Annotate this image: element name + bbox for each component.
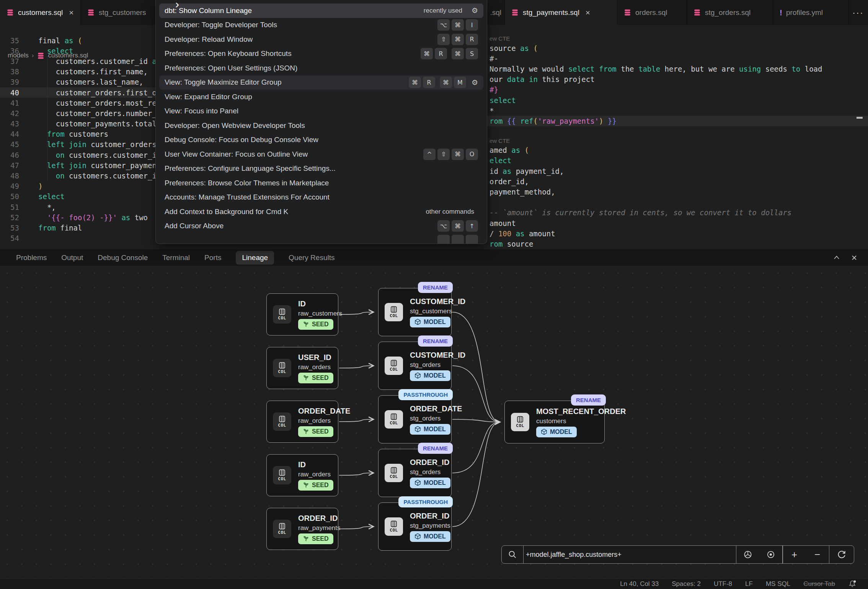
column-icon: COL xyxy=(385,357,403,375)
editor-tab-profiles-yml[interactable]: !profiles.yml xyxy=(773,0,849,25)
panel-tab-ports[interactable]: Ports xyxy=(204,254,221,262)
code-token: from xyxy=(47,130,65,138)
bell-icon[interactable] xyxy=(848,580,857,588)
command-palette: dbt: Show Column Lineagerecently used⚙De… xyxy=(155,0,487,244)
refresh-icon[interactable] xyxy=(829,546,854,563)
gear-icon[interactable]: ⚙ xyxy=(472,6,478,15)
gear-icon[interactable]: ⚙ xyxy=(472,78,478,87)
lineage-node-stg-orders-order-id[interactable]: COLORDER_IDstg_ordersMODELRENAME xyxy=(378,449,452,497)
code-token: -- `amount` is currently stored in cents… xyxy=(489,208,791,217)
palette-item-item[interactable] xyxy=(159,233,483,244)
aperture-icon[interactable] xyxy=(736,546,759,563)
editor-tab-stg-orders-sql[interactable]: stg_orders.sql xyxy=(687,0,773,25)
zoom-out-button[interactable]: − xyxy=(806,546,829,563)
code-token: from xyxy=(38,224,56,232)
code-token: amount xyxy=(489,219,516,227)
line-number: 39 xyxy=(0,78,28,86)
lineage-node-stg-orders-customer-id[interactable]: COLCUSTOMER_IDstg_ordersMODELRENAME xyxy=(378,342,452,390)
code-token: rom xyxy=(489,240,503,248)
lineage-node-raw-payments-order-id[interactable]: COLORDER_IDraw_paymentsSEED xyxy=(266,508,338,550)
keycap: ⇧ xyxy=(437,34,450,45)
panel-tab-lineage[interactable]: Lineage xyxy=(236,251,274,265)
keycap: ↑ xyxy=(466,220,478,232)
code-line: / 100 as amount xyxy=(487,228,868,239)
status-item-utf-8[interactable]: UTF-8 xyxy=(714,580,732,588)
code-token: #} xyxy=(489,85,498,94)
palette-item-developer-toggle-developer-tools[interactable]: Developer: Toggle Developer Tools⌥⌘I xyxy=(159,18,483,33)
node-column-name: ID xyxy=(298,460,332,469)
keycap: ⌥ xyxy=(437,220,450,232)
palette-item-accounts-manage-trusted-extensions-for-account[interactable]: Accounts: Manage Trusted Extensions For … xyxy=(159,190,483,205)
lineage-node-raw-orders-user-id[interactable]: COLUSER_IDraw_ordersSEED xyxy=(266,347,338,389)
palette-item-preferences-configure-language-specific-settings[interactable]: Preferences: Configure Language Specific… xyxy=(159,162,483,176)
lineage-node-raw-orders-order-date[interactable]: COLORDER_DATEraw_ordersSEED xyxy=(266,401,338,443)
code-token: on xyxy=(56,151,65,159)
keycap xyxy=(466,235,478,244)
lineage-node-raw-customers-id[interactable]: COLIDraw_customersSEED xyxy=(266,293,338,335)
palette-item-view-focus-into-panel[interactable]: View: Focus into Panel xyxy=(159,104,483,119)
model-badge: MODEL xyxy=(410,478,450,488)
editor-tab-customers-sql[interactable]: customers.sql× xyxy=(0,0,81,25)
code-token: ( xyxy=(533,44,537,52)
lineage-edge xyxy=(452,422,500,473)
close-tab-icon[interactable]: × xyxy=(69,8,73,16)
editor-tab-orders-sql[interactable]: orders.sql xyxy=(617,0,687,25)
line-number: 47 xyxy=(0,161,28,170)
node-table-name: stg_orders xyxy=(410,361,445,369)
lineage-node-stg-customers-customer-id[interactable]: COLCUSTOMER_IDstg_customersMODELRENAME xyxy=(378,288,452,336)
close-panel-icon[interactable] xyxy=(850,254,858,262)
editor-tab-sql[interactable]: .sql xyxy=(487,0,505,25)
more-tabs-icon[interactable]: ··· xyxy=(848,0,868,25)
panel-tab-output[interactable]: Output xyxy=(61,254,83,262)
panel-tab-query-results[interactable]: Query Results xyxy=(289,254,334,262)
code-line: our data in this project xyxy=(487,74,868,85)
status-item-lf[interactable]: LF xyxy=(745,580,753,588)
palette-item-preferences-open-user-settings-json[interactable]: Preferences: Open User Settings (JSON) xyxy=(159,61,483,75)
palette-item-category: recently used xyxy=(424,7,462,15)
chevron-up-icon[interactable] xyxy=(833,254,840,262)
palette-item-user-view-container-focus-on-outline-view[interactable]: User View Container: Focus on Outline Vi… xyxy=(159,147,483,162)
column-icon: COL xyxy=(273,359,291,377)
palette-item-label: View: Focus into Panel xyxy=(165,107,478,115)
palette-item-preferences-browse-color-themes-in-marketplace[interactable]: Preferences: Browse Color Themes in Mark… xyxy=(159,176,483,190)
lineage-canvas[interactable]: COLIDraw_customersSEEDCOLCUSTOMER_IDstg_… xyxy=(0,266,868,578)
code-token xyxy=(604,117,608,125)
status-item-ms-sql[interactable]: MS SQL xyxy=(766,580,790,588)
editor-tab-stg-payments-sql[interactable]: stg_payments.sql× xyxy=(505,0,617,25)
panel-tab-debug-console[interactable]: Debug Console xyxy=(98,254,148,262)
panel-tab-terminal[interactable]: Terminal xyxy=(162,254,190,262)
palette-item-debug-console-focus-on-debug-console-view[interactable]: Debug Console: Focus on Debug Console Vi… xyxy=(159,133,483,147)
cube-icon xyxy=(414,426,421,432)
palette-item-developer-reload-window[interactable]: Developer: Reload Window⇧⌘R xyxy=(159,32,483,47)
lineage-node-stg-orders-order-date[interactable]: COLORDER_DATEstg_ordersMODELPASSTHROUGH xyxy=(378,395,452,443)
code-line: amed as ( xyxy=(487,145,868,155)
keycap: ⌘ xyxy=(452,19,464,31)
eye-target-icon[interactable] xyxy=(759,546,782,563)
lineage-node-raw-orders-id[interactable]: COLIDraw_ordersSEED xyxy=(266,454,338,496)
palette-item-add-cursor-above[interactable]: Add Cursor Above⌥⌘↑ xyxy=(159,219,483,234)
search-icon xyxy=(502,546,524,563)
palette-item-add-context-to-background-for-cmd-k[interactable]: Add Context to Background for Cmd Kother… xyxy=(159,205,483,219)
zoom-in-button[interactable]: + xyxy=(783,546,806,563)
palette-item-view-toggle-maximize-editor-group[interactable]: View: Toggle Maximize Editor Group⌘R⌘M⚙ xyxy=(159,75,483,90)
lineage-node-stg-payments-order-id[interactable]: COLORDER_IDstg_paymentsMODELPASSTHROUGH xyxy=(378,502,452,551)
palette-item-dbt-show-column-lineage[interactable]: dbt: Show Column Lineagerecently used⚙ xyxy=(159,3,483,18)
lineage-search-input[interactable] xyxy=(524,546,736,563)
seed-icon xyxy=(303,482,309,488)
lineage-edge xyxy=(339,312,374,314)
node-column-name: MOST_RECENT_ORDER xyxy=(536,407,598,416)
code-line: Normally we would select from the table … xyxy=(487,64,868,74)
lineage-node-customers-most-recent-order[interactable]: COLMOST_RECENT_ORDERcustomersMODELRENAME xyxy=(504,401,605,443)
palette-item-preferences-open-keyboard-shortcuts[interactable]: Preferences: Open Keyboard Shortcuts⌘R⌘S xyxy=(159,47,483,61)
palette-item-developer-open-webview-developer-tools[interactable]: Developer: Open Webview Developer Tools xyxy=(159,118,483,133)
code-token: source xyxy=(503,240,533,248)
palette-item-view-expand-editor-group[interactable]: View: Expand Editor Group xyxy=(159,90,483,104)
panel-tab-problems[interactable]: Problems xyxy=(16,254,47,262)
code-line: id as payment_id, xyxy=(487,166,868,176)
column-icon: COL xyxy=(273,305,291,324)
status-item-cursor-tab[interactable]: Cursor Tab xyxy=(803,580,835,588)
close-tab-icon[interactable]: × xyxy=(586,8,590,16)
status-item-spaces-2[interactable]: Spaces: 2 xyxy=(672,580,701,588)
status-item-ln-40-col-33[interactable]: Ln 40, Col 33 xyxy=(620,580,659,588)
node-table-name: stg_orders xyxy=(410,415,445,422)
